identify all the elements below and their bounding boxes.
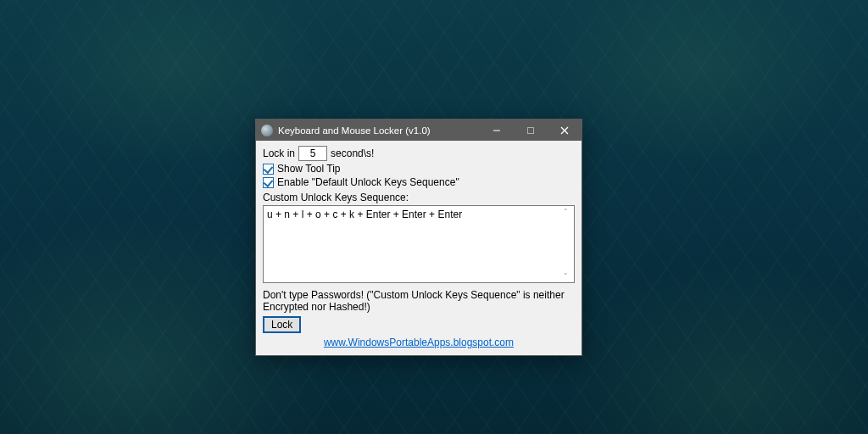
- password-warning: Don't type Passwords! ("Custom Unlock Ke…: [263, 289, 575, 313]
- show-tooltip-label: Show Tool Tip: [277, 163, 341, 175]
- link-row: www.WindowsPortableApps.blogspot.com: [263, 337, 575, 348]
- lock-in-prefix: Lock in: [263, 147, 295, 159]
- window-title: Keyboard and Mouse Locker (v1.0): [278, 125, 480, 136]
- close-icon: [560, 126, 569, 135]
- custom-sequence-wrap: ˄ ˅: [263, 205, 575, 286]
- show-tooltip-checkbox[interactable]: [263, 164, 274, 175]
- enable-default-label: Enable "Default Unlock Keys Sequence": [277, 176, 459, 188]
- close-button[interactable]: [548, 120, 581, 141]
- lock-button[interactable]: Lock: [263, 316, 301, 333]
- app-window: Keyboard and Mouse Locker (v1.0) Lock in…: [255, 119, 582, 356]
- custom-sequence-label: Custom Unlock Keys Sequence:: [263, 192, 575, 203]
- app-icon: [261, 125, 273, 136]
- show-tooltip-row: Show Tool Tip: [263, 163, 575, 175]
- client-area: Lock in second\s! Show Tool Tip Enable "…: [256, 141, 581, 355]
- lock-in-row: Lock in second\s!: [263, 146, 575, 161]
- seconds-input[interactable]: [298, 146, 327, 161]
- svg-rect-1: [528, 127, 534, 133]
- minimize-button[interactable]: [480, 120, 514, 141]
- titlebar[interactable]: Keyboard and Mouse Locker (v1.0): [256, 120, 581, 141]
- lock-in-suffix: second\s!: [331, 147, 374, 159]
- custom-sequence-textarea[interactable]: [263, 205, 575, 283]
- maximize-icon: [526, 126, 535, 135]
- enable-default-row: Enable "Default Unlock Keys Sequence": [263, 176, 575, 188]
- website-link[interactable]: www.WindowsPortableApps.blogspot.com: [324, 337, 514, 348]
- maximize-button: [514, 120, 548, 141]
- minimize-icon: [492, 126, 501, 135]
- enable-default-checkbox[interactable]: [263, 177, 274, 188]
